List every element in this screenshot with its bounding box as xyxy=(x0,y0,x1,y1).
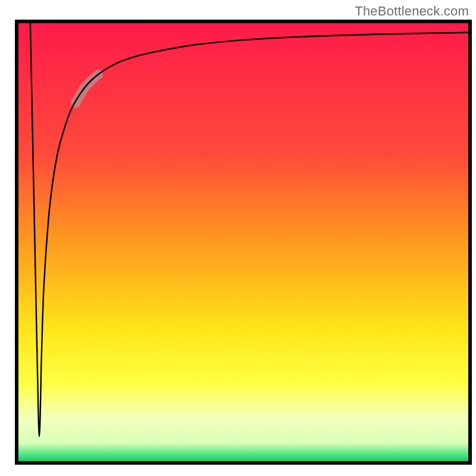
bottleneck-chart xyxy=(0,0,476,476)
chart-container: TheBottleneck.com xyxy=(0,0,476,476)
